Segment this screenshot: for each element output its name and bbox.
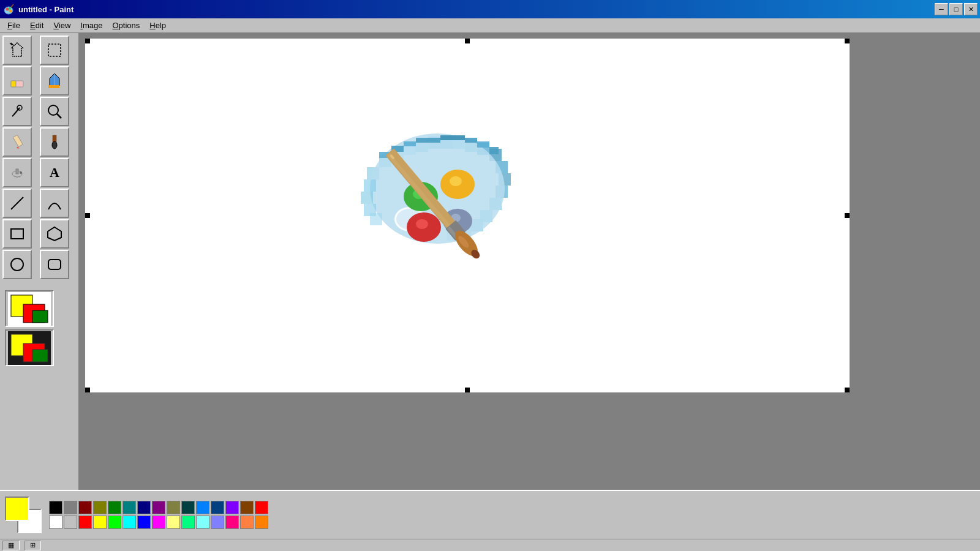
foreground-color[interactable] [5,497,29,521]
color-cyan[interactable] [123,515,136,529]
status-bar: ▦ ⊞ [0,539,980,551]
svg-rect-37 [32,310,48,323]
color-olive-drab[interactable] [167,501,180,514]
color-periwinkle[interactable] [211,515,224,529]
svg-rect-30 [11,229,23,239]
color-dark-blue[interactable] [137,501,151,514]
title-bar: untitled - Paint ─ □ ✕ [0,0,980,18]
color-peach[interactable] [240,515,254,529]
color-orange[interactable] [255,515,268,529]
color-preview-box-1[interactable] [5,290,54,327]
svg-rect-64 [364,179,376,192]
resize-handle-tm[interactable] [465,39,470,43]
active-colors [5,497,42,533]
color-silver[interactable] [64,515,77,529]
color-purple[interactable] [152,501,165,514]
color-yellow[interactable] [93,515,107,529]
size-icon: ⊞ [30,541,36,549]
menu-edit[interactable]: Edit [25,20,48,31]
tool-airbrush[interactable] [2,158,32,187]
color-pink[interactable] [225,515,239,529]
tool-eyedropper[interactable] [2,97,32,126]
svg-point-28 [19,176,20,178]
svg-line-16 [12,115,13,116]
color-preview-box-2[interactable] [5,329,54,366]
menu-image[interactable]: Image [75,20,107,31]
color-red2[interactable] [255,501,268,514]
color-violet[interactable] [225,501,239,514]
svg-point-2 [6,8,9,11]
color-green[interactable] [108,515,121,529]
svg-rect-67 [370,213,382,225]
tool-rect-select[interactable] [40,36,69,65]
canvas-area[interactable] [80,33,980,490]
resize-handle-br[interactable] [845,388,850,392]
minimize-button[interactable]: ─ [935,3,948,15]
menu-view[interactable]: View [48,20,75,31]
svg-rect-70 [404,141,416,146]
color-light-yellow[interactable] [167,515,180,529]
color-red[interactable] [78,515,92,529]
color-black[interactable] [49,501,62,514]
drawing-canvas[interactable] [85,38,850,393]
svg-rect-41 [32,350,48,362]
palette-colors [49,501,268,529]
color-olive[interactable] [93,501,107,514]
tool-magnifier[interactable] [40,97,69,126]
svg-marker-31 [48,227,61,241]
maximize-button[interactable]: □ [949,3,963,15]
tool-eraser[interactable] [2,66,32,96]
resize-handle-tl[interactable] [85,39,90,43]
color-light-cyan[interactable] [196,515,209,529]
color-dark-navy[interactable] [211,501,224,514]
resize-handle-bm[interactable] [465,388,470,392]
color-white[interactable] [49,515,62,529]
tool-brush[interactable] [40,127,69,157]
color-dark-teal[interactable] [181,501,195,514]
svg-point-3 [9,7,11,10]
svg-line-14 [13,108,20,115]
menu-options[interactable]: Options [107,20,145,31]
svg-line-29 [11,197,23,209]
title-left: untitled - Paint [2,3,74,15]
svg-rect-71 [416,138,440,143]
svg-rect-73 [465,138,477,143]
svg-rect-33 [48,260,61,269]
tool-polygon[interactable] [40,219,69,249]
color-gray[interactable] [64,501,77,514]
resize-handle-mr[interactable] [845,213,850,218]
tool-rounded-rect[interactable] [40,250,69,279]
tools-grid: A [2,36,76,279]
tool-text[interactable]: A [40,158,69,187]
color-preview [2,288,76,371]
status-coords: ▦ [2,541,20,550]
tool-curve[interactable] [40,189,69,218]
color-light-blue[interactable] [196,501,209,514]
color-brown[interactable] [240,501,254,514]
tool-fill[interactable] [40,66,69,96]
svg-point-27 [17,177,18,178]
svg-point-81 [416,219,428,229]
tool-line[interactable] [2,189,32,218]
resize-handle-tr[interactable] [845,39,850,43]
color-blue[interactable] [137,515,151,529]
menu-help[interactable]: Help [145,20,171,31]
resize-handle-bl[interactable] [85,388,90,392]
close-button[interactable]: ✕ [964,3,978,15]
status-size: ⊞ [24,541,41,550]
tool-ellipse[interactable] [2,250,32,279]
svg-rect-72 [440,135,465,140]
svg-point-25 [20,171,22,174]
color-teal[interactable] [123,501,136,514]
resize-handle-ml[interactable] [85,213,90,218]
coords-icon: ▦ [8,541,14,549]
color-dark-green[interactable] [108,501,121,514]
menu-file[interactable]: File [2,20,25,31]
palette-row-1 [49,501,268,514]
color-dark-red[interactable] [78,501,92,514]
tool-free-select[interactable] [2,36,32,65]
color-mint[interactable] [181,515,195,529]
tool-pencil[interactable] [2,127,32,157]
color-magenta[interactable] [152,515,165,529]
tool-rectangle[interactable] [2,219,32,249]
